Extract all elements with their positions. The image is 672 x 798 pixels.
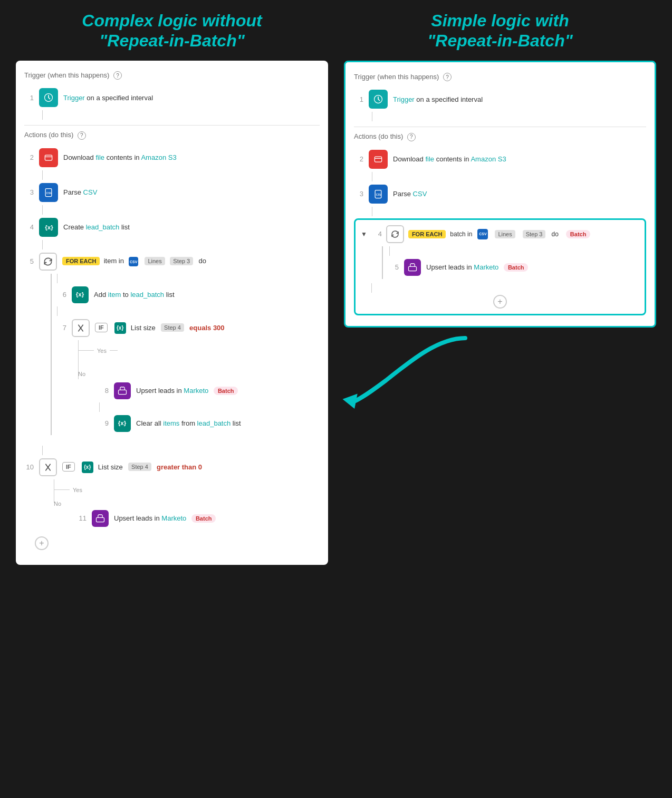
step-9-text: Clear all items from lead_batch list [136, 419, 241, 427]
yes-branch-content: 8 Upsert leads in Marketo Batch 9 [99, 379, 320, 435]
left-panel-title: Complex logic without "Repeat-in-Batch" [82, 11, 262, 51]
step-num-5: 5 [24, 257, 34, 265]
batch-badge-5-right: Batch [504, 263, 529, 272]
left-step-11: 11 Upsert leads in Marketo Batch [77, 507, 320, 530]
if-icon-10 [39, 458, 57, 476]
step-2-text: Download file contents in Amazon S3 [63, 153, 177, 161]
batch-badge-4-right: Batch [566, 230, 591, 238]
right-step-5: 5 Upsert leads in Marketo Batch [389, 256, 639, 279]
right-actions-help-icon[interactable]: ? [407, 133, 416, 141]
left-trigger-label: Trigger (when this happens) ? [24, 71, 320, 80]
left-workflow-box: Trigger (when this happens) ? 1 Trigger … [16, 61, 328, 565]
step-7-text: IF {x} List size Step 4 equals 300 [95, 322, 225, 334]
step-num-10: 10 [24, 463, 34, 471]
branch-container-10: Yes No [54, 479, 320, 507]
connector-2-3 [42, 170, 43, 180]
right-trigger-label: Trigger (when this happens) ? [354, 73, 646, 82]
step-3-text: Parse CSV [63, 188, 97, 196]
left-step-9: 9 {x} Clear all items from lead_batch li… [99, 412, 320, 435]
step-num-8: 8 [99, 387, 109, 395]
step-num-1: 1 [24, 94, 34, 102]
step-num-7: 7 [57, 324, 66, 332]
no-branch-10: No [54, 501, 82, 507]
step-num-3: 3 [24, 188, 34, 196]
svg-text:{x}: {x} [45, 224, 53, 230]
yes-branch-10-content: 11 Upsert leads in Marketo Batch [77, 507, 320, 530]
right-s3-icon [369, 150, 388, 169]
left-step-6: 6 {x} Add item to lead_batch list [57, 283, 320, 306]
step-10-text: IF {x} List size Step 4 greater than 0 [62, 462, 202, 473]
svg-text:CSV: CSV [376, 193, 382, 196]
left-step-3: 3 CSV Parse CSV [24, 180, 320, 205]
csv-inline-icon: CSV [129, 257, 138, 266]
right-panel: Simple logic with "Repeat-in-Batch" Trig… [344, 11, 656, 412]
branch-container-7: Yes No [78, 340, 320, 379]
step-8-text: Upsert leads in Marketo Batch [136, 387, 238, 395]
main-container: Complex logic without "Repeat-in-Batch" … [5, 5, 667, 570]
svg-marker-14 [342, 393, 362, 411]
var-icon-inline-7: {x} [114, 322, 126, 334]
connector-loop-10 [42, 446, 43, 455]
if-icon-7 [72, 319, 90, 337]
step-num-11: 11 [77, 514, 87, 522]
step-num-4: 4 [24, 223, 34, 231]
step-5-text: FOR EACH item in CSV Lines Step 3 do [62, 257, 206, 267]
right-step-3-text: Parse CSV [393, 190, 427, 198]
left-step-8: 8 Upsert leads in Marketo Batch [99, 379, 320, 402]
left-title-line1: Complex logic without [82, 11, 262, 30]
left-step-4: 4 {x} Create lead_batch list [24, 215, 320, 240]
var-icon-4: {x} [39, 218, 58, 237]
svg-rect-1 [45, 155, 52, 160]
connector-8-9 [99, 402, 100, 412]
add-step-btn-left[interactable]: + [35, 536, 49, 550]
step-6-text: Add item to lead_batch list [94, 291, 175, 299]
batch-badge-11: Batch [191, 514, 216, 523]
right-panel-title: Simple logic with "Repeat-in-Batch" [427, 11, 573, 51]
trigger-help-icon[interactable]: ? [113, 71, 122, 80]
right-title-line2: "Repeat-in-Batch" [427, 31, 573, 50]
step-11-text: Upsert leads in Marketo Batch [114, 514, 216, 522]
connector-5-6 [57, 274, 57, 283]
right-trigger-icon [369, 90, 388, 109]
right-workflow-box: Trigger (when this happens) ? 1 Trigger … [344, 61, 656, 328]
left-panel: Complex logic without "Repeat-in-Batch" … [16, 11, 328, 565]
step-num-9: 9 [99, 419, 109, 427]
connector-4-5 [42, 240, 43, 249]
var-icon-9: {x} [114, 415, 131, 432]
right-step-2: 2 Download file contents in Amazon S3 [354, 147, 646, 172]
chevron-down-icon: ▼ [361, 230, 367, 238]
marketo-icon-8 [114, 382, 131, 399]
connector-1-2 [42, 110, 43, 120]
teal-arrow [333, 328, 492, 412]
left-step-1: 1 Trigger on a specified interval [24, 85, 320, 110]
right-step-1-text: Trigger on a specified interval [393, 95, 483, 103]
right-csv-inline: CSV [477, 229, 488, 239]
actions-help-icon[interactable]: ? [78, 131, 86, 140]
right-step-5-text: Upsert leads in Marketo Batch [426, 263, 528, 271]
svg-text:{x}: {x} [76, 291, 84, 297]
connector-3-4 [42, 205, 43, 215]
step-num-2: 2 [24, 153, 34, 161]
step-num-6: 6 [57, 291, 66, 299]
marketo-icon-11 [92, 510, 109, 527]
s3-icon [39, 148, 58, 167]
left-step-2: 2 Download file contents in Amazon S3 [24, 145, 320, 170]
step-1-text: Trigger on a specified interval [63, 94, 153, 102]
svg-rect-10 [375, 157, 381, 162]
left-step-7: 7 IF {x} List size Step 4 equals 300 [57, 316, 320, 340]
batch-badge-8: Batch [214, 387, 238, 395]
right-loop-icon [386, 225, 404, 243]
right-step-4: ▼ 4 FOR EACH batch in CSV Lines Step 3 d… [361, 225, 639, 243]
repeat-in-batch-box: ▼ 4 FOR EACH batch in CSV Lines Step 3 d… [354, 218, 646, 315]
svg-rect-6 [119, 390, 127, 394]
var-icon-6: {x} [72, 286, 89, 303]
right-trigger-help-icon[interactable]: ? [443, 73, 452, 81]
right-csv-icon: CSV [369, 185, 388, 204]
teal-arrow-container [344, 328, 656, 412]
add-step-btn-right[interactable]: + [493, 295, 507, 309]
left-step-5: 5 FOR EACH item in CSV Lines Step 3 do [24, 249, 320, 274]
loop-icon-5 [39, 253, 57, 271]
right-title-line1: Simple logic with [431, 11, 569, 30]
no-label: No [78, 371, 85, 377]
yes-label: Yes [97, 348, 107, 354]
